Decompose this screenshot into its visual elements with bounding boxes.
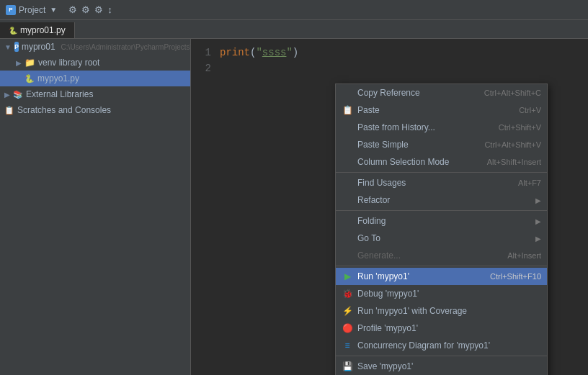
menu-sep4: [336, 356, 547, 356]
menu-generate: Generate... Alt+Insert: [336, 247, 547, 264]
folding-icon: [342, 215, 353, 227]
menu-column-selection-shortcut: Alt+Shift+Insert: [487, 158, 541, 166]
menu-generate-label: Generate...: [357, 250, 401, 261]
title-bar: P Project ▼ ⚙ ⚙ ⚙ ↕: [0, 0, 588, 20]
title-bar-title: Project: [19, 5, 45, 15]
save-icon: 💾: [342, 361, 353, 372]
sidebar-item-venv[interactable]: ▶ 📁 venv library root: [0, 55, 190, 71]
paste-simple-icon: [342, 139, 353, 150]
menu-run-coverage-label: Run 'mypyo1' with Coverage: [357, 306, 467, 316]
menu-paste-history-shortcut: Ctrl+Shift+V: [499, 123, 541, 132]
code-string-ssss: "ssss": [256, 47, 292, 58]
code-keyword-print: print: [220, 47, 250, 58]
menu-sep2: [336, 210, 547, 211]
sidebar: ▼ P mypro01 C:\Users\Administrator\Pycha…: [0, 39, 191, 375]
settings3-icon[interactable]: ⚙: [94, 4, 103, 15]
menu-profile-label: Profile 'mypyo1': [357, 323, 418, 333]
tab-label: mypro01.py: [20, 25, 66, 35]
extlib-icon: 📚: [13, 90, 23, 99]
editor-content: 1 2 print("ssss"): [191, 39, 588, 82]
py-file-icon: 🐍: [24, 74, 35, 83]
code-line-2: [220, 60, 588, 76]
venv-folder-icon: 📁: [24, 58, 35, 68]
menu-run-shortcut: Ctrl+Shift+F10: [490, 272, 541, 281]
menu-goto[interactable]: Go To ▶: [336, 230, 547, 247]
sidebar-project-path: C:\Users\Administrator\PycharmProjects\m: [61, 43, 191, 51]
expand-icon[interactable]: ↕: [107, 4, 112, 15]
menu-concurrency[interactable]: ≡ Concurrency Diagram for 'mypyo1': [336, 337, 547, 354]
settings2-icon[interactable]: ⚙: [81, 4, 90, 15]
menu-paste-history-label: Paste from History...: [357, 122, 435, 132]
project-icon: P: [6, 5, 16, 15]
line-numbers: 1 2: [191, 45, 217, 76]
menu-debug[interactable]: 🐞 Debug 'mypyo1': [336, 285, 547, 302]
goto-icon: [342, 232, 353, 244]
coverage-icon: ⚡: [342, 305, 353, 317]
paste-icon: 📋: [342, 104, 353, 116]
title-bar-left: P Project ▼ ⚙ ⚙ ⚙ ↕: [6, 4, 112, 15]
sidebar-venv-label: venv library root: [38, 58, 99, 68]
menu-folding-label: Folding: [357, 216, 386, 226]
run-icon: ▶: [342, 271, 353, 282]
code-area[interactable]: print("ssss"): [217, 45, 588, 76]
menu-paste[interactable]: 📋 Paste Ctrl+V: [336, 101, 547, 119]
menu-run-coverage[interactable]: ⚡ Run 'mypyo1' with Coverage: [336, 302, 547, 320]
menu-debug-label: Debug 'mypyo1': [357, 289, 419, 299]
menu-paste-label: Paste: [357, 105, 380, 115]
menu-copy-reference-label: Copy Reference: [357, 88, 420, 98]
scratch-icon: 📋: [4, 106, 14, 115]
menu-sep3: [336, 266, 547, 266]
menu-goto-label: Go To: [357, 233, 380, 243]
tree-arrow-project: ▼: [4, 43, 12, 51]
menu-copy-reference-shortcut: Ctrl+Alt+Shift+C: [484, 89, 541, 97]
sidebar-item-extlibs[interactable]: ▶ 📚 External Libraries: [0, 86, 190, 102]
menu-column-selection[interactable]: Column Selection Mode Alt+Shift+Insert: [336, 153, 547, 171]
sidebar-item-project[interactable]: ▼ P mypro01 C:\Users\Administrator\Pycha…: [0, 39, 190, 55]
menu-find-usages-label: Find Usages: [357, 178, 406, 188]
menu-profile[interactable]: 🔴 Profile 'mypyo1': [336, 320, 547, 337]
menu-folding[interactable]: Folding ▶: [336, 212, 547, 230]
tabs-bar: 🐍 mypro01.py: [0, 20, 588, 39]
menu-save[interactable]: 💾 Save 'mypyo1': [336, 358, 547, 375]
project-folder-icon: P: [14, 42, 19, 52]
menu-refactor-label: Refactor: [357, 195, 390, 205]
menu-refactor[interactable]: Refactor ▶: [336, 191, 547, 209]
menu-run[interactable]: ▶ Run 'mypyo1' Ctrl+Shift+F10: [336, 268, 547, 285]
menu-save-label: Save 'mypyo1': [357, 361, 413, 371]
project-dropdown-arrow[interactable]: ▼: [50, 6, 57, 14]
context-menu: Copy Reference Ctrl+Alt+Shift+C 📋 Paste …: [335, 83, 548, 375]
menu-copy-reference[interactable]: Copy Reference Ctrl+Alt+Shift+C: [336, 84, 547, 101]
find-usages-icon: [342, 177, 353, 189]
menu-generate-shortcut: Alt+Insert: [507, 251, 541, 260]
debug-icon: 🐞: [342, 288, 353, 299]
tree-arrow-extlibs: ▶: [4, 91, 10, 99]
main-content: ▼ P mypro01 C:\Users\Administrator\Pycha…: [0, 39, 588, 375]
sidebar-file-label: mypyo1.py: [37, 73, 79, 83]
refactor-submenu-arrow: ▶: [535, 196, 541, 204]
sidebar-item-scratches[interactable]: 📋 Scratches and Consoles: [0, 102, 190, 118]
goto-submenu-arrow: ▶: [535, 235, 541, 243]
sidebar-item-mypyo1[interactable]: 🐍 mypyo1.py: [0, 71, 190, 86]
column-sel-icon: [342, 156, 353, 168]
menu-run-label: Run 'mypyo1': [357, 271, 409, 281]
title-bar-icons: ⚙ ⚙ ⚙ ↕: [68, 4, 112, 15]
refactor-icon: [342, 194, 353, 206]
paste-history-icon: [342, 122, 353, 133]
menu-paste-history[interactable]: Paste from History... Ctrl+Shift+V: [336, 119, 547, 136]
menu-find-usages-shortcut: Alt+F7: [518, 179, 541, 187]
tab-py-icon: 🐍: [9, 27, 17, 35]
tree-arrow-venv: ▶: [16, 59, 22, 67]
menu-find-usages[interactable]: Find Usages Alt+F7: [336, 174, 547, 191]
folding-submenu-arrow: ▶: [535, 217, 541, 225]
copy-ref-icon: [342, 87, 353, 99]
menu-paste-simple-shortcut: Ctrl+Alt+Shift+V: [484, 140, 541, 149]
settings-icon[interactable]: ⚙: [68, 4, 77, 15]
code-line-1: print("ssss"): [220, 45, 588, 60]
editor-area[interactable]: 1 2 print("ssss") Copy Reference Ctrl+Al…: [191, 39, 588, 375]
menu-column-selection-label: Column Selection Mode: [357, 157, 449, 167]
tab-mypyo1[interactable]: 🐍 mypro01.py: [0, 22, 75, 38]
menu-paste-simple-label: Paste Simple: [357, 140, 409, 150]
sidebar-extlibs-label: External Libraries: [26, 89, 93, 99]
menu-paste-simple[interactable]: Paste Simple Ctrl+Alt+Shift+V: [336, 136, 547, 153]
generate-icon: [342, 250, 353, 261]
